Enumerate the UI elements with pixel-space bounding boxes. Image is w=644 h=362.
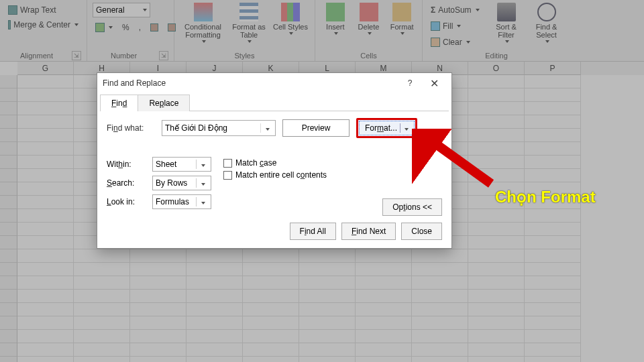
row-header[interactable] (0, 343, 17, 357)
cell[interactable] (412, 276, 468, 290)
lookin-dropdown[interactable]: Formulas (152, 194, 211, 209)
cell[interactable] (356, 249, 412, 263)
row-header[interactable] (0, 316, 17, 330)
cell[interactable] (525, 75, 581, 88)
cell[interactable] (525, 169, 581, 182)
cell[interactable] (468, 102, 525, 115)
cell[interactable] (412, 303, 468, 316)
cell[interactable] (130, 357, 186, 362)
cell[interactable] (243, 263, 299, 276)
cell[interactable] (356, 276, 412, 290)
cell[interactable] (468, 357, 525, 362)
cell[interactable] (17, 223, 74, 236)
cell[interactable] (17, 169, 74, 182)
row-header[interactable] (0, 276, 17, 290)
cell[interactable] (412, 263, 468, 276)
cell[interactable] (468, 236, 525, 249)
find-what-input[interactable]: Thế Giới Di Động (162, 120, 276, 136)
cell[interactable] (468, 316, 525, 330)
cell[interactable] (299, 330, 356, 343)
cell[interactable] (299, 290, 356, 303)
cell[interactable] (74, 357, 130, 362)
number-dialog-launcher[interactable]: ⇲ (159, 51, 168, 60)
cell[interactable] (17, 316, 74, 330)
cell[interactable] (356, 357, 412, 362)
currency-button[interactable] (93, 20, 115, 35)
cell[interactable] (130, 263, 186, 276)
cell[interactable] (17, 196, 74, 209)
cell[interactable] (525, 330, 581, 343)
cell[interactable] (299, 343, 356, 357)
cell[interactable] (17, 249, 74, 263)
cell[interactable] (525, 115, 581, 129)
cell[interactable] (299, 249, 356, 263)
cell[interactable] (186, 290, 243, 303)
close-button[interactable]: Close (401, 223, 442, 240)
cell[interactable] (525, 156, 581, 169)
cell[interactable] (130, 303, 186, 316)
cell[interactable] (243, 276, 299, 290)
row-header[interactable] (0, 129, 17, 142)
cell[interactable] (412, 249, 468, 263)
cell[interactable] (468, 303, 525, 316)
cell[interactable] (525, 303, 581, 316)
cell[interactable] (468, 263, 525, 276)
cell[interactable] (186, 316, 243, 330)
cell[interactable] (299, 276, 356, 290)
row-header[interactable] (0, 249, 17, 263)
autosum-button[interactable]: ΣAutoSum (428, 3, 482, 17)
cell[interactable] (525, 357, 581, 362)
cell[interactable] (17, 236, 74, 249)
row-header[interactable] (0, 75, 17, 88)
cell[interactable] (243, 343, 299, 357)
fill-button[interactable]: Fill (428, 19, 482, 34)
cell[interactable] (186, 249, 243, 263)
cell[interactable] (525, 209, 581, 223)
cell[interactable] (74, 276, 130, 290)
cell[interactable] (186, 330, 243, 343)
cell[interactable] (17, 142, 74, 156)
cell[interactable] (243, 303, 299, 316)
row-header[interactable] (0, 290, 17, 303)
row-header[interactable] (0, 88, 17, 102)
cell[interactable] (468, 75, 525, 88)
cell[interactable] (525, 276, 581, 290)
conditional-formatting-button[interactable]: Conditional Formatting (180, 3, 226, 43)
increase-decimal-button[interactable] (148, 20, 161, 35)
cell[interactable] (468, 276, 525, 290)
row-header[interactable] (0, 330, 17, 343)
cell[interactable] (17, 88, 74, 102)
format-button[interactable]: Format... (359, 121, 415, 135)
cell[interactable] (17, 276, 74, 290)
format-cells-button[interactable]: Format (387, 3, 417, 35)
cell[interactable] (186, 357, 243, 362)
number-format-dropdown[interactable]: General (93, 3, 150, 17)
cell[interactable] (299, 357, 356, 362)
merge-center-button[interactable]: Merge & Center (5, 17, 81, 32)
row-header[interactable] (0, 303, 17, 316)
cell[interactable] (130, 330, 186, 343)
within-dropdown[interactable]: Sheet (152, 157, 211, 172)
row-header[interactable] (0, 169, 17, 182)
cell[interactable] (130, 290, 186, 303)
cell[interactable] (186, 263, 243, 276)
cell[interactable] (468, 343, 525, 357)
row-header[interactable] (0, 142, 17, 156)
cell[interactable] (17, 263, 74, 276)
row-header[interactable] (0, 182, 17, 196)
cell[interactable] (74, 343, 130, 357)
cell[interactable] (412, 316, 468, 330)
tab-replace[interactable]: Replace (138, 95, 190, 111)
cell[interactable] (412, 290, 468, 303)
cell[interactable] (525, 249, 581, 263)
clear-button[interactable]: Clear (428, 35, 482, 50)
cell[interactable] (356, 316, 412, 330)
row-header[interactable] (0, 223, 17, 236)
cell[interactable] (186, 303, 243, 316)
cell[interactable] (17, 75, 74, 88)
cell[interactable] (17, 129, 74, 142)
column-header-O[interactable]: O (468, 62, 525, 75)
cell[interactable] (74, 263, 130, 276)
cell[interactable] (525, 129, 581, 142)
find-all-button[interactable]: Find All (290, 223, 336, 240)
